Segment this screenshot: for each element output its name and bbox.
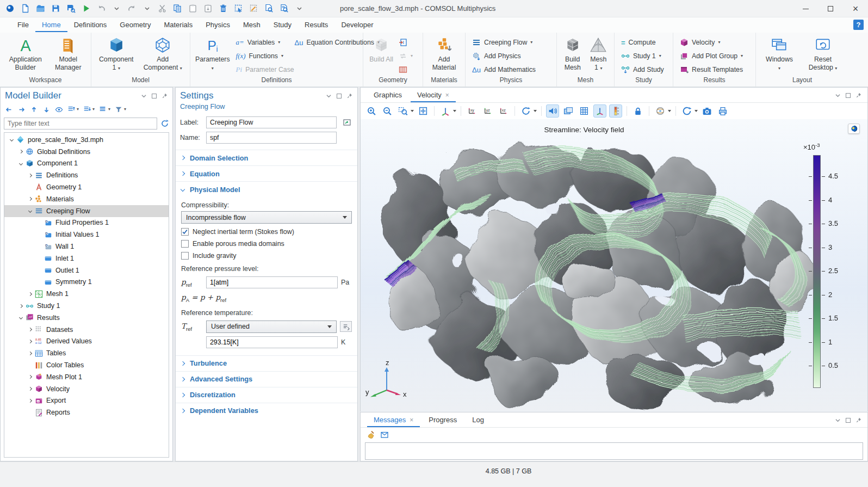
tree-chevron[interactable]: [18, 161, 23, 166]
tree-chevron[interactable]: [27, 386, 33, 392]
grid-button[interactable]: [578, 104, 591, 118]
panel-pin-icon[interactable]: [162, 93, 168, 99]
help-button[interactable]: ?: [853, 20, 864, 30]
tree-item-export[interactable]: Export: [4, 395, 169, 407]
panel-menu-icon[interactable]: [140, 93, 147, 99]
view-yz-icon[interactable]: yz: [481, 104, 494, 118]
tree-item-materials[interactable]: Materials: [4, 193, 169, 205]
tree-item-inlet-1[interactable]: Inlet 1: [4, 252, 169, 264]
menu-mesh[interactable]: Mesh: [237, 19, 267, 32]
panel-menu-icon[interactable]: [834, 92, 841, 98]
filter-caret-icon[interactable]: ▾: [115, 106, 126, 114]
messages-log-area[interactable]: [365, 442, 863, 460]
update-button[interactable]: [680, 104, 698, 118]
show-icon[interactable]: [55, 106, 63, 114]
copy-messages-icon[interactable]: [380, 430, 389, 439]
menu-developer[interactable]: Developer: [334, 19, 380, 32]
update-icon[interactable]: [680, 104, 693, 118]
zoom-box-button[interactable]: [396, 104, 414, 118]
close-button[interactable]: ×: [843, 0, 868, 17]
view-caret-icon[interactable]: ▾: [99, 106, 110, 114]
rename-button[interactable]: [341, 117, 353, 128]
panel-pin-icon[interactable]: [855, 417, 862, 423]
tree-item-derived-values[interactable]: 8.85e-12Derived Values: [4, 336, 169, 348]
tree-chevron[interactable]: [27, 208, 33, 214]
collapse-caret-icon[interactable]: ▾: [83, 106, 95, 114]
tree-chevron[interactable]: [27, 196, 33, 202]
menu-study[interactable]: Study: [267, 19, 298, 32]
study-node-button[interactable]: Study 1▾: [617, 50, 670, 63]
minimize-button[interactable]: [793, 0, 818, 17]
checkbox-checked[interactable]: [181, 228, 189, 236]
sound-icon[interactable]: [546, 104, 559, 118]
forward-icon[interactable]: [17, 106, 26, 114]
rotate-icon[interactable]: [519, 104, 532, 118]
tree-item-color-tables[interactable]: Color Tables: [4, 359, 169, 371]
work-plane-button[interactable]: [396, 63, 418, 76]
new-file-icon[interactable]: [21, 4, 30, 13]
go-to-source-button[interactable]: [340, 321, 352, 332]
graphics-canvas[interactable]: Streamline: Velocity field ×10-3 4.543.5…: [361, 119, 867, 412]
tree-chevron[interactable]: [27, 172, 33, 178]
panel-menu-icon[interactable]: [834, 417, 841, 423]
tree-item-pore-scale-flow-3d-mph[interactable]: pore_scale_flow_3d.mph: [4, 134, 169, 146]
tree-item-mesh-plot-1[interactable]: Mesh Plot 1: [4, 371, 169, 383]
build-mesh-button[interactable]: Build Mesh: [560, 35, 586, 76]
section-header-advanced-settings[interactable]: Advanced Settings: [176, 372, 357, 387]
compute-button[interactable]: =Compute: [617, 36, 670, 49]
parameters-button[interactable]: Pi Parameters▾: [193, 35, 232, 76]
add-mathematics-button[interactable]: ΔuAdd Mathematics: [468, 63, 554, 76]
name-input[interactable]: [206, 132, 337, 144]
zoom-extents-button[interactable]: [417, 104, 430, 118]
panel-pin-icon[interactable]: [855, 92, 862, 98]
menu-definitions[interactable]: Definitions: [67, 19, 114, 32]
tree-item-initial-values-1[interactable]: DInitial Values 1: [4, 229, 169, 241]
panel-float-icon[interactable]: [846, 93, 851, 98]
section-header-discretization[interactable]: Discretization: [176, 387, 357, 403]
tab-progress[interactable]: Progress: [422, 414, 463, 427]
close-icon[interactable]: ×: [410, 416, 413, 424]
variables-button[interactable]: a=Variables▾: [232, 36, 291, 49]
environment-icon[interactable]: [654, 104, 667, 118]
section-header-equation[interactable]: Equation: [176, 166, 357, 181]
menu-physics[interactable]: Physics: [199, 19, 237, 32]
tree-chevron[interactable]: [27, 374, 33, 380]
tree-item-component-1[interactable]: Component 1: [4, 158, 169, 170]
clear-selection-icon[interactable]: [249, 4, 258, 13]
caret-icon[interactable]: [142, 4, 152, 13]
zoom-in-button[interactable]: [365, 104, 378, 118]
view-xz-button[interactable]: xz: [497, 104, 510, 118]
transparency-button[interactable]: [562, 104, 575, 118]
comsol-logo-button[interactable]: [848, 124, 860, 134]
print-button[interactable]: [716, 104, 729, 118]
tree-item-reports[interactable]: Reports: [4, 406, 169, 418]
comsol-logo-icon[interactable]: [5, 4, 15, 13]
panel-float-icon[interactable]: [846, 418, 851, 423]
menu-geometry[interactable]: Geometry: [113, 19, 157, 32]
panel-pin-icon[interactable]: [346, 93, 353, 99]
cut-icon[interactable]: [158, 4, 167, 13]
functions-button[interactable]: f(x)Functions▾: [232, 50, 291, 63]
streamline-plot[interactable]: [361, 119, 867, 412]
panel-menu-icon[interactable]: [325, 93, 332, 99]
tree-item-study-1[interactable]: Study 1: [4, 300, 169, 312]
tree-item-global-definitions[interactable]: Global Definitions: [4, 146, 169, 158]
maximize-button[interactable]: [818, 0, 843, 17]
add-component-button[interactable]: Add Component ▾: [139, 35, 187, 76]
tree-item-datasets[interactable]: Datasets: [4, 324, 169, 336]
component-button[interactable]: Component 1 ▾: [95, 35, 138, 76]
compressibility-select[interactable]: Incompressible flow: [181, 211, 352, 224]
copy-icon[interactable]: [173, 4, 182, 13]
menu-materials[interactable]: Materials: [157, 19, 199, 32]
clear-messages-icon[interactable]: [366, 430, 375, 439]
add-physics-button[interactable]: Add Physics: [468, 50, 554, 63]
lock-camera-button[interactable]: [631, 104, 644, 118]
move-down-icon[interactable]: [42, 106, 51, 114]
plot-group-selector[interactable]: Velocity▾: [676, 36, 753, 49]
view-xy-icon[interactable]: xy: [466, 104, 479, 118]
equation-contributions-button[interactable]: ΔuEquation Contributions▾: [291, 36, 361, 49]
tree-item-symmetry-1[interactable]: Symmetry 1: [4, 276, 169, 288]
label-input[interactable]: [206, 116, 337, 128]
zoom-in-icon[interactable]: [365, 104, 378, 118]
panel-float-icon[interactable]: [152, 94, 157, 98]
